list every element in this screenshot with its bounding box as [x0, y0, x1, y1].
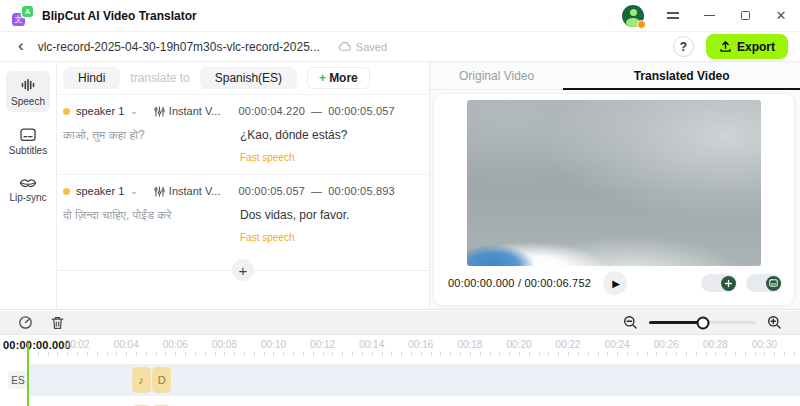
gauge-icon — [18, 315, 33, 330]
trash-icon — [51, 316, 64, 330]
time-separator: — — [311, 105, 322, 117]
minimize-button[interactable] — [702, 9, 716, 23]
app-logo-icon: 文 A — [12, 6, 33, 26]
main-content: Speech Subtitles Lip-sync Hindi — [0, 62, 800, 310]
subtitles-icon — [20, 128, 36, 142]
speaker-color-dot — [63, 108, 70, 115]
tick-label: 00:22 — [556, 339, 581, 350]
track-area: ES ♪D ♪D — [0, 358, 800, 406]
tick-label: 00:02 — [65, 339, 90, 350]
fast-speech-tag: Fast speech — [240, 232, 417, 243]
segment-start: 00:00:05.057 — [238, 185, 305, 197]
menu-icon[interactable] — [666, 9, 680, 23]
clip-row: ♪D — [28, 402, 800, 406]
subtitle-toggle[interactable] — [746, 274, 782, 292]
delete-button[interactable] — [51, 316, 64, 330]
close-button[interactable]: ✕ — [774, 9, 788, 23]
source-subtitle-text[interactable]: दो ज़िन्दा चाहिए, पोईंड करे — [63, 208, 240, 243]
tab-translated-video[interactable]: Translated Video — [563, 62, 800, 89]
project-toolbar: ‹ vlc-record-2025-04-30-19h07m30s-vlc-re… — [0, 32, 800, 62]
titlebar: 文 A BlipCut AI Video Translator ✕ — [0, 0, 800, 32]
audio-clip[interactable]: D — [152, 367, 171, 393]
sidebar-item-label: Speech — [11, 96, 45, 107]
segment-header: speaker 1 ⌄ Instant V... 00:00:05.057 — … — [63, 185, 417, 197]
segment-time-range[interactable]: 00:00:04.220 — 00:00:05.057 — [238, 105, 394, 117]
translate-audio-icon — [724, 279, 733, 288]
export-button-label: Export — [737, 40, 775, 54]
segment-time-range[interactable]: 00:00:05.057 — 00:00:05.893 — [238, 185, 394, 197]
play-button[interactable]: ▶ — [603, 271, 627, 295]
clip-row: ♪D — [28, 364, 800, 396]
video-panel: Original Video Translated Video 00:00:00… — [430, 62, 800, 309]
chevron-down-icon[interactable]: ⌄ — [130, 186, 138, 196]
playhead[interactable] — [27, 343, 29, 406]
segment-start: 00:00:04.220 — [238, 105, 305, 117]
source-language-pill[interactable]: Hindi — [63, 67, 120, 89]
zoom-slider-knob[interactable] — [696, 316, 709, 329]
video-preview[interactable] — [467, 100, 761, 266]
zoom-in-button[interactable] — [767, 315, 782, 330]
export-button[interactable]: Export — [706, 34, 788, 59]
zoom-out-button[interactable] — [623, 315, 638, 330]
translated-audio-toggle[interactable] — [701, 274, 737, 292]
sidebar-item-label: Lip-sync — [9, 192, 46, 203]
translated-subtitle-text[interactable]: Dos vidas, por favor. — [240, 208, 417, 222]
voice-name: Instant V... — [169, 105, 221, 117]
tick-label: 00:04 — [114, 339, 139, 350]
chevron-down-icon[interactable]: ⌄ — [130, 106, 138, 116]
upload-icon — [719, 40, 732, 53]
timeline-minor-ticks — [28, 352, 800, 356]
help-button[interactable]: ? — [673, 36, 694, 57]
lips-icon — [19, 177, 37, 189]
add-language-button[interactable]: + More — [307, 67, 370, 89]
fast-speech-tag: Fast speech — [240, 152, 417, 163]
speech-waveform-icon — [20, 77, 36, 93]
subtitle-toggle-icon — [769, 279, 778, 287]
translated-subtitle-text[interactable]: ¿Kao, dónde estás? — [240, 128, 417, 142]
add-segment-divider: + — [57, 258, 429, 282]
tick-label: 00:12 — [310, 339, 335, 350]
segment-end: 00:00:05.893 — [328, 185, 395, 197]
tick-label: 00:18 — [457, 339, 482, 350]
tick-label: 00:28 — [703, 339, 728, 350]
playback-speed-button[interactable] — [18, 315, 33, 330]
voice-select[interactable]: Instant V... — [154, 185, 221, 197]
subtitle-toggle-knob — [766, 276, 781, 291]
back-button[interactable]: ‹ — [18, 37, 24, 54]
source-subtitle-text[interactable]: काओ, तुम कहा हो? — [63, 128, 240, 163]
maximize-button[interactable] — [738, 9, 752, 23]
app-title: BlipCut AI Video Translator — [42, 9, 197, 23]
zoom-in-icon — [767, 315, 782, 330]
voice-settings-icon — [154, 106, 165, 117]
voice-select[interactable]: Instant V... — [154, 105, 221, 117]
timeline-zoom-slider[interactable] — [649, 321, 756, 324]
timeline-ruler[interactable]: 00:00:00.000 00:0200:0400:0600:0800:1000… — [0, 336, 800, 358]
sidebar-item-subtitles[interactable]: Subtitles — [6, 122, 50, 161]
speaker-select[interactable]: speaker 1 — [76, 105, 124, 117]
video-tabs: Original Video Translated Video — [430, 62, 800, 90]
playback-time: 00:00:00.000 / 00:00:06.752 — [448, 277, 591, 289]
tab-original-video[interactable]: Original Video — [430, 62, 563, 89]
target-language-pill[interactable]: Spanish(ES) — [200, 67, 297, 89]
speaker-select[interactable]: speaker 1 — [76, 185, 124, 197]
cloud-icon — [338, 41, 352, 52]
sidebar-item-label: Subtitles — [9, 145, 47, 156]
mode-sidebar: Speech Subtitles Lip-sync — [0, 62, 57, 309]
add-segment-button[interactable]: + — [232, 259, 254, 281]
tick-label: 00:16 — [408, 339, 433, 350]
tick-label: 00:30 — [752, 339, 777, 350]
app-window: 文 A BlipCut AI Video Translator ✕ ‹ vlc-… — [0, 0, 800, 406]
zoom-out-icon — [623, 315, 638, 330]
voice-settings-icon — [154, 186, 165, 197]
tick-label: 00:14 — [359, 339, 384, 350]
video-controls: 00:00:00.000 / 00:00:06.752 ▶ — [448, 270, 782, 296]
avatar-badge-icon — [637, 20, 646, 29]
segment-row: speaker 1 ⌄ Instant V... 00:00:04.220 — … — [57, 95, 429, 175]
user-avatar[interactable] — [622, 5, 644, 27]
subtitle-panel: Hindi translate to Spanish(ES) + More sp… — [57, 62, 430, 309]
sidebar-item-speech[interactable]: Speech — [6, 71, 50, 112]
tick-label: 00:24 — [605, 339, 630, 350]
timeline-current-time: 00:00:00.000 — [3, 339, 71, 351]
audio-clip[interactable]: ♪ — [132, 367, 151, 393]
sidebar-item-lip-sync[interactable]: Lip-sync — [6, 171, 50, 208]
